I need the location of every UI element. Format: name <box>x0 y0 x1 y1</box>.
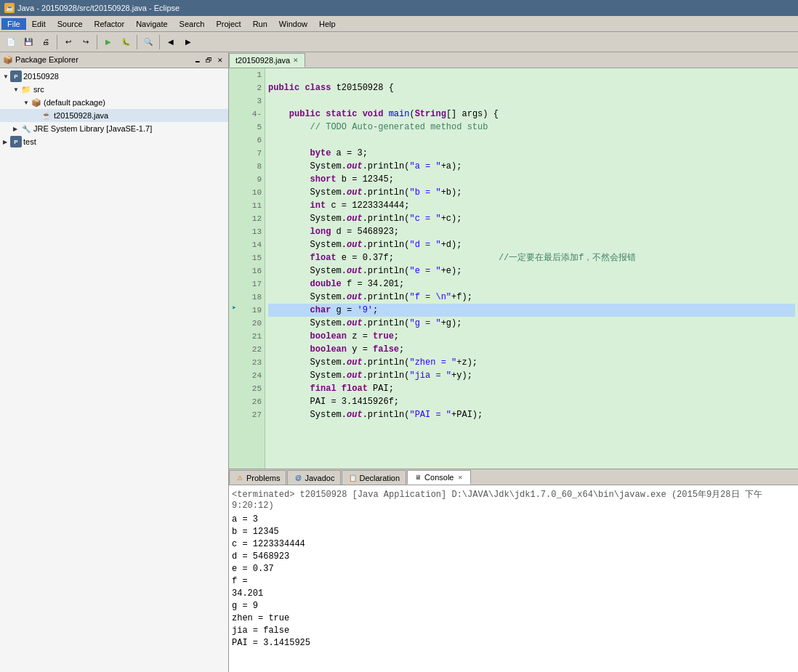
menu-project[interactable]: Project <box>210 18 246 30</box>
bottom-panel: ⚠ Problems @ Javadoc 📋 Declaration 🖥 Con… <box>229 469 798 672</box>
tree-arrow-pkg[interactable]: ▼ <box>23 100 31 106</box>
pe-maximize-icon[interactable]: 🗗 <box>203 55 214 65</box>
save-button[interactable]: 💾 <box>20 34 36 50</box>
tab-javadoc[interactable]: @ Javadoc <box>287 470 341 485</box>
toolbar: 📄 💾 🖨 ↩ ↪ ▶ 🐛 🔍 ◀ ▶ <box>0 32 798 52</box>
tree-project-20150928[interactable]: ▼ P 20150928 <box>0 70 228 83</box>
toolbar-sep-2 <box>97 35 97 49</box>
line-numbers: 1 2 3 4- 5 6 7 8 9 10 11 12 13 14 15 16 <box>239 68 265 469</box>
code-content[interactable]: public class t20150928 { public static v… <box>265 68 798 469</box>
code-line-1 <box>268 68 795 81</box>
code-line-27: System.out.println("PAI = "+PAI); <box>268 408 795 421</box>
java-file-label: t20150928.java <box>54 111 108 120</box>
project-label: 20150928 <box>23 72 59 81</box>
code-line-11: int c = 1223334444; <box>268 199 795 212</box>
console-icon: 🖥 <box>414 473 422 482</box>
pkg-label: (default package) <box>44 98 105 107</box>
menu-source[interactable]: Source <box>52 18 89 30</box>
pe-minimize-icon[interactable]: 🗕 <box>192 55 202 65</box>
menu-file[interactable]: File <box>1 18 26 30</box>
tree-test-project[interactable]: ▶ P test <box>0 135 228 148</box>
code-line-24: System.out.println("jia = "+y); <box>268 369 795 382</box>
tab-problems-label: Problems <box>246 474 280 482</box>
code-line-12: System.out.println("c = "+c); <box>268 212 795 225</box>
tree-arrow-project[interactable]: ▼ <box>3 73 10 80</box>
tree-default-pkg[interactable]: ▼ 📦 (default package) <box>0 96 228 109</box>
console-text: a = 3 b = 12345 c = 1223334444 d = 54689… <box>232 514 795 649</box>
src-icon: 📁 <box>20 84 32 95</box>
tab-javadoc-label: Javadoc <box>305 474 334 482</box>
search-button[interactable]: 🔍 <box>140 34 156 50</box>
next-button[interactable]: ▶ <box>180 34 196 50</box>
code-line-16: System.out.println("e = "+e); <box>268 264 795 278</box>
menu-run[interactable]: Run <box>247 18 273 30</box>
code-line-26: PAI = 3.1415926f; <box>268 395 795 408</box>
code-line-20: System.out.println("g = "+g); <box>268 317 795 330</box>
pe-close-icon[interactable]: ✕ <box>215 55 225 65</box>
window-title: Java - 20150928/src/t20150928.java - Ecl… <box>17 4 180 12</box>
code-line-2: public class t20150928 { <box>268 81 795 94</box>
menu-search[interactable]: Search <box>174 18 211 30</box>
code-line-21: boolean z = true; <box>268 330 795 343</box>
tree-arrow-jre[interactable]: ▶ <box>13 126 20 132</box>
console-close-icon[interactable]: ✕ <box>456 473 464 482</box>
editor-area: t20150928.java ✕ ➤ 1 2 3 4- 5 6 7 8 9 <box>229 52 798 469</box>
toolbar-sep-4 <box>159 35 160 49</box>
undo-button[interactable]: ↩ <box>60 34 76 50</box>
code-line-23: System.out.println("zhen = "+z); <box>268 356 795 369</box>
editor-tab-close-icon[interactable]: ✕ <box>293 57 299 64</box>
menu-edit[interactable]: Edit <box>26 18 52 30</box>
pe-tree: ▼ P 20150928 ▼ 📁 src ▼ 📦 (default packag… <box>0 68 228 672</box>
menu-navigate[interactable]: Navigate <box>130 18 173 30</box>
src-label: src <box>33 85 44 94</box>
tab-declaration-label: Declaration <box>359 474 400 482</box>
test-icon: P <box>10 136 22 147</box>
tab-problems[interactable]: ⚠ Problems <box>229 470 286 485</box>
menu-help[interactable]: Help <box>313 18 342 30</box>
menu-window[interactable]: Window <box>273 18 313 30</box>
tab-console-label: Console <box>424 473 454 482</box>
test-label: test <box>23 137 36 146</box>
debug-button[interactable]: 🐛 <box>118 34 134 50</box>
new-button[interactable]: 📄 <box>3 34 19 50</box>
jre-label: JRE System Library [JavaSE-1.7] <box>33 124 152 133</box>
tab-console[interactable]: 🖥 Console ✕ <box>407 470 471 485</box>
editor-tabs: t20150928.java ✕ <box>229 52 798 68</box>
code-line-5: // TODO Auto-generated method stub <box>268 121 795 134</box>
java-icon: ☕ <box>41 110 52 121</box>
tree-arrow-test[interactable]: ▶ <box>3 139 10 145</box>
code-line-15: float e = 0.37f; //一定要在最后添加f，不然会报错 <box>268 251 795 264</box>
toolbar-sep-3 <box>137 35 137 49</box>
package-explorer: 📦 Package Explorer 🗕 🗗 ✕ ▼ P 20150928 ▼ … <box>0 52 229 672</box>
problems-icon: ⚠ <box>235 474 244 482</box>
print-button[interactable]: 🖨 <box>38 34 54 50</box>
code-line-4: public static void main(String[] args) { <box>268 108 795 121</box>
menu-refactor[interactable]: Refactor <box>89 18 131 30</box>
tree-jre[interactable]: ▶ 🔧 JRE System Library [JavaSE-1.7] <box>0 122 228 135</box>
tree-java-file[interactable]: ☕ t20150928.java <box>0 109 228 122</box>
redo-button[interactable]: ↪ <box>78 34 94 50</box>
code-editor: ➤ 1 2 3 4- 5 6 7 8 9 10 11 12 13 14 <box>229 68 798 469</box>
run-button[interactable]: ▶ <box>100 34 116 50</box>
project-icon: P <box>10 70 22 82</box>
editor-tab-label: t20150928.java <box>235 56 290 65</box>
code-line-8: System.out.println("a = "+a); <box>268 160 795 173</box>
tree-src[interactable]: ▼ 📁 src <box>0 83 228 96</box>
code-line-6 <box>268 134 795 147</box>
console-header: <terminated> t20150928 [Java Application… <box>232 488 795 511</box>
pe-controls: 🗕 🗗 ✕ <box>192 55 225 65</box>
toolbar-sep-1 <box>57 35 57 49</box>
bottom-tabs: ⚠ Problems @ Javadoc 📋 Declaration 🖥 Con… <box>229 469 798 485</box>
code-line-7: byte a = 3; <box>268 147 795 160</box>
prev-button[interactable]: ◀ <box>163 34 179 50</box>
eclipse-icon: ☕ <box>4 3 15 13</box>
code-line-13: long d = 5468923; <box>268 225 795 238</box>
main-layout: 📦 Package Explorer 🗕 🗗 ✕ ▼ P 20150928 ▼ … <box>0 52 798 672</box>
code-line-22: boolean y = false; <box>268 343 795 356</box>
javadoc-icon: @ <box>294 474 302 482</box>
tree-arrow-src[interactable]: ▼ <box>13 86 20 93</box>
editor-tab-main[interactable]: t20150928.java ✕ <box>229 53 305 68</box>
menu-bar: File Edit Source Refactor Navigate Searc… <box>0 16 798 32</box>
pe-title: 📦 Package Explorer <box>3 55 192 65</box>
tab-declaration[interactable]: 📋 Declaration <box>342 470 406 485</box>
